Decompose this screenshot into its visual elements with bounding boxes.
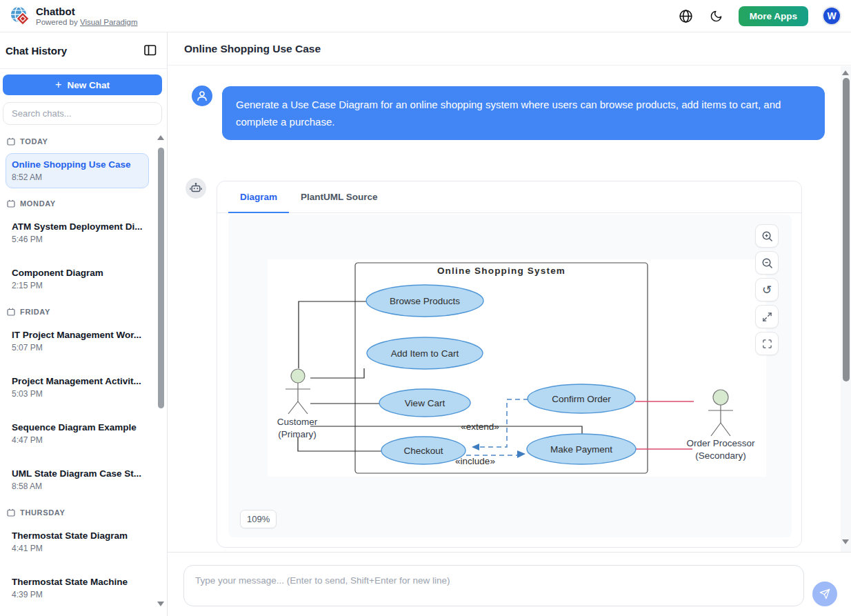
fullscreen-corners-icon [762,339,772,349]
sidebar-title: Chat History [6,45,67,57]
calendar-icon [7,199,15,208]
chat-item-time: 8:52 AM [12,172,143,183]
brand-text: Chatbot Powered by Visual Paradigm [36,6,137,27]
chat-item[interactable]: Sequence Diagram Example 4:47 PM [6,416,149,451]
send-plane-icon [819,588,830,599]
bot-avatar [186,178,206,199]
chat-item-title: Thermostat State Machine [12,576,143,588]
usecase-label: Browse Products [390,296,460,306]
section-label-text: TODAY [20,137,48,146]
calendar-icon [7,308,15,316]
robot-icon [190,182,202,195]
assoc-customer-makepayment [310,426,582,434]
send-message-button[interactable] [812,582,837,606]
actor-orderprocessor-name: Order Processor [686,438,755,448]
main-scrollbar [841,66,851,552]
user-message-bubble: Generate a Use Case Diagram for an onlin… [222,86,825,140]
chat-item[interactable]: Thermostat State Diagram 4:41 PM [6,524,149,559]
chat-item[interactable]: Thermostat State Machine 4:39 PM [6,570,149,606]
chat-item-title: IT Project Management Wor... [12,329,143,341]
result-tabs: Diagram PlantUML Source [217,181,801,213]
chat-item-time: 4:39 PM [12,590,143,600]
message-input-footer [168,552,851,616]
reset-icon: ↺ [762,283,772,297]
chat-item[interactable]: Component Diagram 2:15 PM [6,261,149,297]
uml-diagram-canvas: Online Shopping System [268,259,766,477]
zoom-in-button[interactable] [755,224,779,248]
include-label: «include» [455,456,495,466]
chat-item[interactable]: Online Shopping Use Case 8:52 AM [6,153,149,188]
extend-label: «extend» [461,421,499,432]
calendar-icon [7,137,15,146]
powered-by-prefix: Powered by [36,18,80,26]
extend-arrowhead-icon [472,444,479,450]
top-bar: Chatbot Powered by Visual Paradigm More … [0,0,851,32]
chatbot-app: Chatbot Powered by Visual Paradigm More … [0,0,851,616]
language-globe-button[interactable] [678,8,694,24]
chat-item[interactable]: UML State Diagram Case St... 8:58 AM [6,462,149,497]
chat-messages-area: Generate a Use Case Diagram for an onlin… [168,66,851,552]
section-label-monday: MONDAY [7,199,149,208]
include-arrowhead-icon [517,450,525,458]
main-scrollbar-thumb[interactable] [843,78,850,381]
chat-list: TODAY Online Shopping Use Case 8:52 AM M… [0,125,167,616]
plus-icon: + [55,79,61,91]
new-chat-label: New Chat [67,80,110,90]
collapse-sidebar-button[interactable] [142,42,159,59]
chat-item-time: 4:47 PM [12,435,143,446]
zoom-out-button[interactable] [755,251,779,275]
conversation-header: Online Shopping Use Case [168,32,851,66]
section-label-text: FRIDAY [20,308,50,316]
panel-collapse-icon [144,45,157,56]
diagram-viewer-panel: Online Shopping System [228,215,792,537]
scroll-down-arrow[interactable] [157,602,164,606]
page-title: Online Shopping Use Case [184,43,321,55]
chat-item-title: Project Management Activit... [12,375,143,387]
user-profile-avatar[interactable]: W [822,6,841,26]
search-chats-input[interactable] [3,102,162,125]
chat-item[interactable]: ATM System Deployment Di... 5:46 PM [6,215,149,250]
chat-item-title: Thermostat State Diagram [12,530,143,542]
scroll-up-arrow[interactable] [157,135,164,140]
chat-item[interactable]: Project Management Activit... 5:03 PM [6,370,149,405]
chat-history-sidebar: Chat History + New Chat TODAY Online Sho… [0,32,168,616]
usecase-label: View Cart [405,398,445,408]
visual-paradigm-logo-icon [10,6,30,26]
chat-item-time: 4:41 PM [12,544,143,554]
chat-item-title: Sequence Diagram Example [12,421,143,433]
reset-zoom-button[interactable]: ↺ [755,278,779,301]
app-title: Chatbot [36,6,137,17]
globe-icon [679,9,693,23]
chat-item-title: UML State Diagram Case St... [12,468,143,479]
zoom-out-icon [761,257,773,269]
scroll-up-arrow[interactable] [842,70,849,75]
tab-diagram[interactable]: Diagram [228,181,289,213]
section-label-text: MONDAY [20,199,56,208]
diagram-result-card: Diagram PlantUML Source Online Shopping … [217,181,802,548]
sidebar-scrollbar [157,131,166,611]
sidebar-scrollbar-thumb[interactable] [158,148,164,408]
scroll-down-arrow[interactable] [842,539,849,544]
chat-item-time: 2:15 PM [12,281,143,291]
new-chat-button[interactable]: + New Chat [3,74,162,95]
tab-plantuml-source[interactable]: PlantUML Source [289,181,390,213]
dark-mode-button[interactable] [708,8,725,24]
user-message-avatar [192,86,212,106]
assoc-customer-browse [299,301,366,368]
actor-order-processor: Order Processor (Secondary) [686,390,755,461]
usecase-label: Make Payment [550,444,612,455]
visual-paradigm-link[interactable]: Visual Paradigm [80,18,138,26]
actor-customer: Customer (Primary) [277,369,318,439]
usecase-label: Confirm Order [552,394,611,404]
assoc-customer-additem [310,368,364,378]
chat-item-time: 5:03 PM [12,389,143,399]
more-apps-button[interactable]: More Apps [739,6,808,26]
chat-item-title: ATM System Deployment Di... [12,221,143,232]
powered-by: Powered by Visual Paradigm [36,17,137,27]
fullscreen-button[interactable] [755,332,779,355]
chat-item[interactable]: IT Project Management Wor... 5:07 PM [6,324,149,359]
zoom-level-badge: 109% [240,510,277,528]
usecase-label: Checkout [403,446,443,456]
fit-to-screen-button[interactable] [755,305,779,328]
message-input[interactable] [183,565,804,606]
